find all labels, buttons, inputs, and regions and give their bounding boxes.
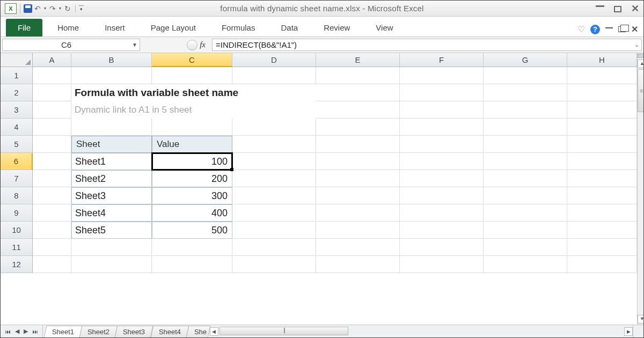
cell-H3[interactable] [567, 101, 637, 119]
cell-H4[interactable] [567, 119, 637, 136]
sheet-tab-she[interactable]: She [186, 326, 210, 337]
name-box[interactable]: C6 ▼ [2, 39, 140, 51]
cell-H7[interactable] [567, 170, 637, 187]
cell-A12[interactable] [33, 256, 71, 273]
table-cell-value-2[interactable]: 300 [152, 187, 232, 204]
cell-E5[interactable] [316, 136, 400, 153]
cell-A3[interactable] [33, 101, 71, 119]
row-header-11[interactable]: 11 [1, 239, 33, 256]
hscroll-left[interactable]: ◀ [210, 325, 218, 337]
cell-D6[interactable] [232, 153, 316, 170]
cell-E11[interactable] [316, 239, 400, 256]
tab-formulas[interactable]: Formulas [222, 19, 255, 36]
cell-H2[interactable] [567, 84, 637, 101]
cell-H6[interactable] [567, 153, 637, 170]
scroll-down-icon[interactable] [638, 315, 643, 324]
cell-A10[interactable] [33, 222, 71, 239]
table-cell-sheet-4[interactable]: Sheet5 [71, 222, 152, 239]
fill-handle[interactable] [230, 168, 233, 171]
cell-A8[interactable] [33, 187, 71, 204]
cell-A6[interactable] [33, 153, 71, 170]
table-cell-value-1[interactable]: 200 [152, 170, 232, 187]
row-header-4[interactable]: 4 [1, 119, 33, 136]
cell-F7[interactable] [400, 170, 484, 187]
cell-E2[interactable] [316, 84, 400, 101]
cell-F9[interactable] [400, 204, 484, 222]
cell-E9[interactable] [316, 204, 400, 222]
cell-E10[interactable] [316, 222, 400, 239]
cell-G11[interactable] [484, 239, 567, 256]
mdi-restore-icon[interactable] [618, 26, 626, 32]
file-tab[interactable]: File [6, 19, 42, 36]
tab-home[interactable]: Home [57, 19, 79, 36]
cell-F10[interactable] [400, 222, 484, 239]
scroll-up-icon[interactable] [638, 60, 643, 68]
cell-H8[interactable] [567, 187, 637, 204]
cell-A5[interactable] [33, 136, 71, 153]
cell-G5[interactable] [484, 136, 567, 153]
cell-D7[interactable] [232, 170, 316, 187]
maximize-icon[interactable] [614, 6, 621, 12]
minimize-icon[interactable] [596, 5, 604, 7]
resize-handle[interactable] [633, 325, 643, 337]
cell-H12[interactable] [567, 256, 637, 273]
cell-G8[interactable] [484, 187, 567, 204]
column-header-H[interactable]: H [567, 53, 637, 67]
cell-G1[interactable] [484, 67, 567, 84]
row-header-2[interactable]: 2 [1, 84, 33, 101]
tab-review[interactable]: Review [324, 19, 350, 36]
row-header-3[interactable]: 3 [1, 101, 33, 119]
cell-G4[interactable] [484, 119, 567, 136]
cell-A2[interactable] [33, 84, 71, 101]
cell-G10[interactable] [484, 222, 567, 239]
cell-E1[interactable] [316, 67, 400, 84]
sheet-nav-first-icon[interactable]: ⏮ [4, 328, 12, 335]
cell-E7[interactable] [316, 170, 400, 187]
cell-D1[interactable] [232, 67, 316, 84]
close-icon[interactable]: ✕ [631, 3, 639, 14]
column-header-B[interactable]: B [71, 53, 152, 67]
column-header-D[interactable]: D [232, 53, 316, 67]
undo-dropdown-icon[interactable]: ▾ [43, 6, 47, 11]
row-header-1[interactable]: 1 [1, 67, 33, 84]
table-cell-sheet-2[interactable]: Sheet3 [71, 187, 152, 204]
table-cell-value-3[interactable]: 400 [152, 204, 232, 222]
cell-A11[interactable] [33, 239, 71, 256]
cell-D12[interactable] [232, 256, 316, 273]
hscroll-track[interactable] [219, 327, 622, 336]
cell-B1[interactable] [71, 67, 152, 84]
row-header-5[interactable]: 5 [1, 136, 33, 153]
cell-A9[interactable] [33, 204, 71, 222]
excel-icon[interactable]: X [5, 3, 17, 14]
cell-H11[interactable] [567, 239, 637, 256]
cell-C1[interactable] [152, 67, 232, 84]
cell-D4[interactable] [232, 119, 316, 136]
row-header-8[interactable]: 8 [1, 187, 33, 204]
cell-grid[interactable]: Formula with variable sheet nameDynamic … [33, 67, 637, 325]
column-header-G[interactable]: G [484, 53, 567, 67]
cell-G7[interactable] [484, 170, 567, 187]
cell-E8[interactable] [316, 187, 400, 204]
expand-formula-bar-icon[interactable]: ⌄ [634, 41, 639, 48]
table-header-value[interactable]: Value [152, 136, 232, 153]
formula-input[interactable]: =INDIRECT(B6&"!A1") ⌄ [212, 39, 642, 51]
vertical-scrollbar[interactable] [637, 53, 643, 325]
cell-F5[interactable] [400, 136, 484, 153]
cell-D10[interactable] [232, 222, 316, 239]
tab-data[interactable]: Data [281, 19, 298, 36]
column-header-E[interactable]: E [316, 53, 400, 67]
vsplit-handle[interactable] [638, 54, 643, 58]
table-cell-sheet-0[interactable]: Sheet1 [71, 153, 152, 170]
sheet-nav-next-icon[interactable]: ▶ [23, 328, 29, 335]
cell-D9[interactable] [232, 204, 316, 222]
cell-G3[interactable] [484, 101, 567, 119]
row-header-10[interactable]: 10 [1, 222, 33, 239]
cell-F11[interactable] [400, 239, 484, 256]
select-all-corner[interactable] [1, 53, 33, 67]
cell-F4[interactable] [400, 119, 484, 136]
row-header-7[interactable]: 7 [1, 170, 33, 187]
cell-A7[interactable] [33, 170, 71, 187]
cell-F1[interactable] [400, 67, 484, 84]
cell-B11[interactable] [71, 239, 152, 256]
row-header-12[interactable]: 12 [1, 256, 33, 273]
